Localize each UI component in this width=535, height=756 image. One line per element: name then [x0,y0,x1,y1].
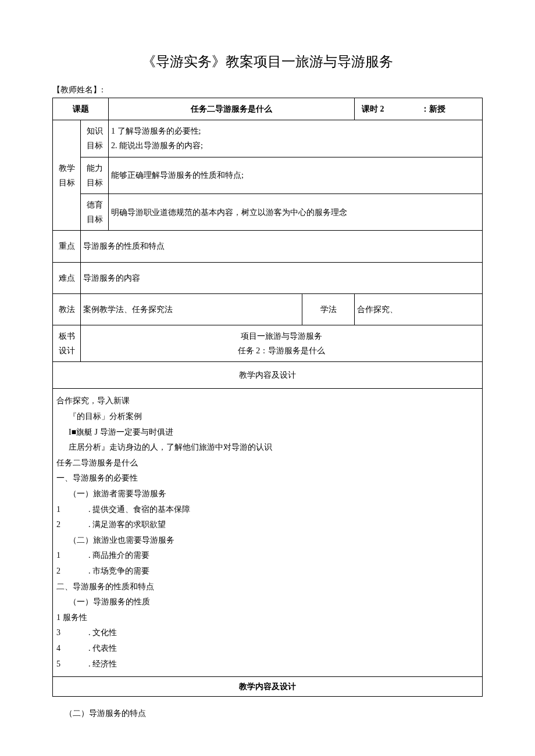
hours-label: 课时 2 [355,98,419,120]
content-line: 2. 满足游客的求职欲望 [56,517,479,533]
num: 1 [56,551,60,560]
txt: . 代表性 [88,644,117,653]
txt: . 商品推介的需要 [88,551,149,560]
txt: . 市场竞争的需要 [88,567,149,575]
board-text: 项目一旅游与导游服务 任务 2：导游服务是什么 [81,325,483,361]
key-text: 导游服务的性质和特点 [81,231,483,262]
content-line: 4. 代表性 [56,641,479,657]
difficulty-text: 导游服务的内容 [81,262,483,293]
difficulty-label: 难点 [53,262,81,293]
table-row: 德育 目标 明确导游职业道德规范的基本内容，树立以游客为中心的服务理念 [53,194,483,230]
num: 5 [56,660,60,668]
knowledge-text: 1 了解导游服务的必要性; 2. 能说出导游服务的内容; [109,120,483,157]
footer-line: （二）导游服务的特点 [52,708,483,719]
teach-method: 案例教学法、任务探究法 [81,293,302,325]
content-line: 任务二导游服务是什么 [56,456,479,471]
method-label: 教法 [53,293,81,325]
content-line: 『的目标」分析案例 [56,409,479,425]
knowledge-line2: 2. 能说出导游服务的内容; [111,141,203,150]
content-line: 1 服务性 [56,610,479,626]
ability-label: 能力 目标 [81,157,109,194]
content-line: 5. 经济性 [56,657,479,672]
table-row: 能力 目标 能够正确理解导游服务的性质和特点; [53,157,483,194]
content-line: 2. 市场竞争的需要 [56,564,479,579]
table-row: 教学内容及设计 [53,362,483,389]
type-label: ：新授 [419,98,483,120]
topic-value: 任务二导游服务是什么 [109,98,355,120]
knowledge-line1: 1 了解导游服务的必要性; [111,127,201,135]
table-row: 教法 案例教学法、任务探究法 学法 合作探究、 [53,293,483,325]
table-row: 难点 导游服务的内容 [53,262,483,293]
num: 4 [56,644,60,653]
content-line: 3. 文化性 [56,625,479,641]
num: 3 [56,628,60,637]
txt: . 满足游客的求职欲望 [88,520,166,529]
table-row: 教学内容及设计 [53,677,483,697]
table-row: 课题 任务二导游服务是什么 课时 2 ：新授 [53,98,483,120]
content-line: （一）导游服务的性质 [56,594,479,610]
txt: . 文化性 [88,628,117,637]
goals-label: 教学 目标 [53,120,81,231]
content-line: 合作探究，导入新课 [56,393,479,409]
board-label: 板书 设计 [53,325,81,361]
table-row: 合作探究，导入新课 『的目标」分析案例 I■旗艇 J 导游一定要与时俱进 庄居分… [53,389,483,677]
content-line: 二、导游服务的性质和特点 [56,579,479,595]
content-body: 合作探究，导入新课 『的目标」分析案例 I■旗艇 J 导游一定要与时俱进 庄居分… [53,389,483,677]
ability-text: 能够正确理解导游服务的性质和特点; [109,157,483,194]
txt: . 提供交通、食宿的基本保障 [88,505,190,514]
teacher-name-label: 【教师姓名】: [52,85,483,95]
num: 1 [56,505,60,514]
moral-label: 德育 目标 [81,194,109,230]
content-line: I■旗艇 J 导游一定要与时俱进 [56,425,479,440]
content-header: 教学内容及设计 [53,362,483,389]
key-label: 重点 [53,231,81,262]
num: 2 [56,520,60,529]
table-row: 板书 设计 项目一旅游与导游服务 任务 2：导游服务是什么 [53,325,483,361]
content-line: （二）旅游业也需要导游服务 [56,533,479,549]
page-title: 《导游实务》教案项目一旅游与导游服务 [52,52,483,71]
content-header2: 教学内容及设计 [53,677,483,697]
board-line2: 任务 2：导游服务是什么 [238,346,326,355]
board-line1: 项目一旅游与导游服务 [241,332,322,341]
num: 2 [56,567,60,575]
knowledge-label: 知识 目标 [81,120,109,157]
learn-method: 合作探究、 [355,293,483,325]
table-row: 重点 导游服务的性质和特点 [53,231,483,262]
content-line: 庄居分析』走访身边的人，了解他们旅游中对导游的认识 [56,440,479,456]
content-line: 一、导游服务的必要性 [56,471,479,486]
lesson-plan-table: 课题 任务二导游服务是什么 课时 2 ：新授 教学 目标 知识 目标 1 了解导… [52,98,483,697]
txt: . 经济性 [88,660,117,668]
content-line: 1. 提供交通、食宿的基本保障 [56,502,479,518]
content-line: （一）旅游者需要导游服务 [56,486,479,502]
content-line: 1. 商品推介的需要 [56,548,479,564]
moral-text: 明确导游职业道德规范的基本内容，树立以游客为中心的服务理念 [109,194,483,230]
learn-label: 学法 [302,293,355,325]
table-row: 教学 目标 知识 目标 1 了解导游服务的必要性; 2. 能说出导游服务的内容; [53,120,483,157]
topic-label: 课题 [53,98,109,120]
